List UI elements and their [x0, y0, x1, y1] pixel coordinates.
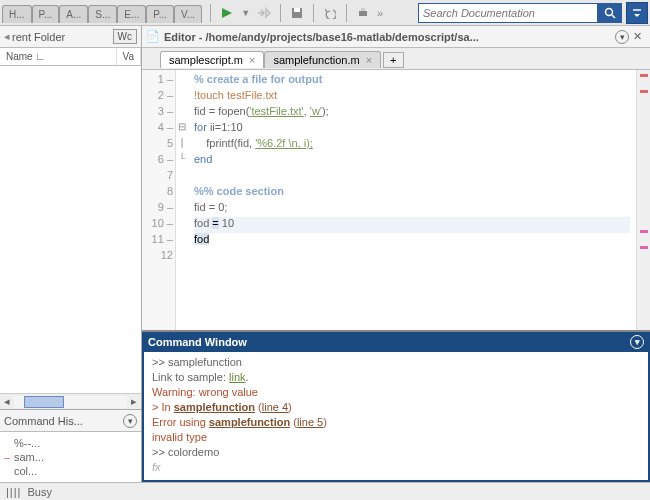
overflow-icon[interactable]: »: [377, 7, 383, 19]
file-tab-samplescript[interactable]: samplescript.m ×: [160, 51, 264, 68]
run-button[interactable]: [217, 3, 237, 23]
panel-title: rent Folder: [12, 31, 113, 43]
col-name[interactable]: Name ∟: [0, 48, 117, 65]
history-item[interactable]: %--...: [4, 436, 137, 450]
ribbon-tab[interactable]: P...: [32, 5, 60, 23]
line-numbers: 1 –2 –3 –4 –56 –789 –10 –11 –12: [142, 70, 176, 330]
command-history-header: Command His... ▾: [0, 410, 141, 432]
editor-header: 📄 Editor - /home/andy/projects/base16-ma…: [142, 26, 650, 48]
scroll-left-icon[interactable]: ◂: [0, 395, 14, 409]
error-marker[interactable]: [640, 90, 648, 93]
ribbon-tab[interactable]: A...: [59, 5, 88, 23]
file-tab-bar: samplescript.m × samplefunction.m × +: [142, 48, 650, 70]
marker-bar[interactable]: [636, 70, 650, 330]
command-window-body[interactable]: >> samplefunction Link to sample: link. …: [142, 352, 650, 482]
status-text: Busy: [27, 486, 51, 498]
fold-gutter[interactable]: ⊟|└: [176, 70, 188, 330]
panel-menu-icon[interactable]: ▾: [615, 30, 629, 44]
search-box: [418, 3, 622, 23]
save-icon[interactable]: [287, 3, 307, 23]
code-area[interactable]: % create a file for output !touch testFi…: [188, 70, 636, 330]
svg-rect-3: [359, 11, 367, 16]
folder-list[interactable]: ◂ ▸: [0, 66, 141, 409]
panel-menu-icon[interactable]: ▾: [630, 335, 644, 349]
left-column: ◂ rent Folder Wc Name ∟ Va ◂ ▸ Command H…: [0, 26, 142, 482]
scroll-right-icon[interactable]: ▸: [127, 395, 141, 409]
step-icon[interactable]: [254, 3, 274, 23]
folder-columns: Name ∟ Va: [0, 48, 141, 66]
function-link[interactable]: samplefunction: [174, 401, 255, 413]
panel-title: Command Window: [148, 336, 247, 348]
close-icon[interactable]: ✕: [629, 30, 646, 43]
file-tab-samplefunction[interactable]: samplefunction.m ×: [264, 51, 381, 68]
divider: [210, 4, 211, 22]
panel-menu-icon[interactable]: ▾: [123, 414, 137, 428]
warn-marker[interactable]: [640, 246, 648, 249]
history-item[interactable]: col...: [4, 464, 137, 478]
command-window: Command Window ▾ >> samplefunction Link …: [142, 330, 650, 482]
file-icon: 📄: [146, 30, 160, 43]
ribbon-tab[interactable]: E...: [117, 5, 146, 23]
divider: [313, 4, 314, 22]
close-tab-icon[interactable]: ×: [249, 54, 255, 66]
fx-prompt-icon[interactable]: fx: [152, 461, 161, 473]
status-bar: |||| Busy: [0, 482, 650, 500]
command-history-list: %--... sam... col...: [0, 432, 141, 482]
top-toolbar: H... P... A... S... E... P... V... ▼ »: [0, 0, 650, 26]
warn-marker[interactable]: [640, 230, 648, 233]
error-marker[interactable]: [640, 74, 648, 77]
search-button[interactable]: [598, 3, 622, 23]
line-link[interactable]: line 5: [297, 416, 323, 428]
right-column: 📄 Editor - /home/andy/projects/base16-ma…: [142, 26, 650, 482]
scrollbar-horizontal[interactable]: ◂ ▸: [0, 393, 141, 409]
quick-access: ▼ »: [202, 3, 389, 23]
svg-line-6: [612, 15, 615, 18]
line-link[interactable]: line 4: [262, 401, 288, 413]
command-history-panel: Command His... ▾ %--... sam... col...: [0, 409, 141, 482]
scroll-track[interactable]: [14, 396, 127, 408]
col-value[interactable]: Va: [117, 48, 142, 65]
new-tab-button[interactable]: +: [383, 52, 403, 68]
main-menu-button[interactable]: [626, 2, 648, 24]
undo-icon[interactable]: [320, 3, 340, 23]
ribbon-tab[interactable]: V...: [174, 5, 202, 23]
editor-title: Editor - /home/andy/projects/base16-matl…: [164, 31, 613, 43]
panel-title: Command His...: [4, 415, 121, 427]
search-input[interactable]: [418, 3, 598, 23]
command-window-header: Command Window ▾: [142, 332, 650, 352]
ribbon-tab[interactable]: S...: [88, 5, 117, 23]
function-link[interactable]: samplefunction: [209, 416, 290, 428]
svg-marker-0: [222, 8, 232, 18]
ribbon-tab[interactable]: H...: [2, 5, 32, 23]
workspace-tab[interactable]: Wc: [113, 29, 137, 44]
current-folder-header: ◂ rent Folder Wc: [0, 26, 141, 48]
dropdown-icon[interactable]: ▼: [241, 8, 250, 18]
tab-label: samplescript.m: [169, 54, 243, 66]
svg-rect-2: [294, 8, 300, 12]
history-item[interactable]: sam...: [4, 450, 137, 464]
ribbon-tabs: H... P... A... S... E... P... V...: [0, 3, 202, 23]
main-area: ◂ rent Folder Wc Name ∟ Va ◂ ▸ Command H…: [0, 26, 650, 482]
tab-label: samplefunction.m: [273, 54, 359, 66]
link[interactable]: link: [229, 371, 246, 383]
busy-indicator-icon: ||||: [6, 486, 21, 498]
close-tab-icon[interactable]: ×: [366, 54, 372, 66]
svg-rect-4: [361, 8, 365, 11]
ribbon-tab[interactable]: P...: [146, 5, 174, 23]
svg-marker-8: [634, 14, 640, 17]
divider: [280, 4, 281, 22]
print-icon[interactable]: [353, 3, 373, 23]
code-editor[interactable]: 1 –2 –3 –4 –56 –789 –10 –11 –12 ⊟|└ % cr…: [142, 70, 650, 330]
chevron-left-icon[interactable]: ◂: [4, 30, 10, 43]
svg-point-5: [606, 8, 613, 15]
scroll-thumb[interactable]: [24, 396, 64, 408]
divider: [346, 4, 347, 22]
